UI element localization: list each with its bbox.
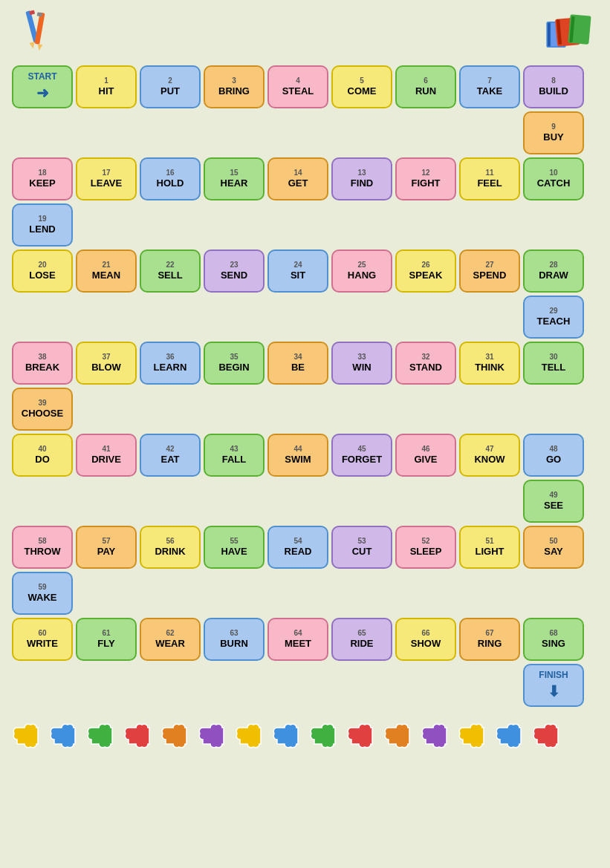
finish-puzzle-piece — [531, 722, 564, 750]
board-row-row1: START ➜1 HIT2 PUT3 BRING4 STEAL5 COME6 R… — [12, 65, 598, 108]
cell-word: WEAR — [155, 638, 185, 650]
cell-word: SELL — [158, 270, 182, 282]
puzzle-piece-8 — [308, 722, 341, 750]
cell-start: START ➜ — [12, 65, 73, 108]
cell-c52: 52 SLEEP — [395, 526, 456, 569]
spacer-sp11 — [140, 203, 201, 247]
cell-c37: 37 BLOW — [76, 342, 137, 385]
board-row-row6b: 59 WAKE — [12, 572, 598, 615]
cell-c41: 41 DRIVE — [76, 434, 137, 477]
cell-c30: 30 TELL — [523, 342, 584, 385]
cell-c20: 20 LOSE — [12, 249, 73, 293]
cell-c16: 16 HOLD — [140, 157, 201, 200]
spacer-sp44 — [204, 572, 265, 615]
cell-c34: 34 BE — [267, 342, 328, 385]
spacer-sp42 — [76, 572, 137, 615]
cell-number: 63 — [230, 628, 238, 638]
board-row-row5: 40 DO41 DRIVE42 EAT43 FALL44 SWIM45 FORG… — [12, 434, 598, 477]
spacer-sp5 — [267, 111, 328, 154]
cell-number: 30 — [549, 352, 557, 362]
cell-number: 19 — [38, 214, 46, 223]
cell-number: 47 — [485, 444, 493, 454]
cell-c5: 5 COME — [331, 65, 392, 108]
puzzle-piece-10 — [383, 722, 415, 750]
board-row-row4b: 39 CHOOSE — [12, 388, 598, 431]
cell-number: 15 — [230, 168, 238, 177]
spacer-sp38 — [267, 480, 328, 523]
cell-number: 6 — [424, 76, 428, 85]
cell-number: 16 — [166, 168, 174, 177]
spacer-sp47 — [395, 572, 456, 615]
cell-c14: 14 GET — [267, 157, 328, 200]
cell-number: 42 — [166, 444, 174, 454]
spacer-sp32 — [459, 388, 520, 431]
board-row-row7b: FINISH ⬇ — [12, 664, 598, 707]
cell-number: 62 — [166, 628, 174, 638]
cell-c33: 33 WIN — [331, 342, 392, 385]
svg-rect-3 — [34, 13, 45, 45]
cell-number: 34 — [293, 352, 302, 362]
cell-word: DRIVE — [91, 454, 121, 466]
spacer-sp36 — [140, 480, 201, 523]
cell-number: 38 — [38, 352, 46, 362]
cell-c65: 65 RIDE — [331, 618, 392, 661]
cell-number: 46 — [421, 444, 429, 454]
cell-c11: 11 FEEL — [459, 157, 520, 200]
puzzle-piece-5 — [197, 722, 230, 750]
cell-c38: 38 BREAK — [12, 342, 73, 385]
cell-word: FIND — [351, 177, 373, 190]
cell-word: RIDE — [350, 638, 373, 650]
cell-word: STEAL — [282, 85, 314, 98]
cell-number: 55 — [230, 536, 238, 546]
cell-number: 24 — [293, 260, 302, 270]
cell-word: MEET — [285, 638, 311, 650]
cell-c39: 39 CHOOSE — [12, 388, 73, 431]
cell-word: TAKE — [477, 85, 502, 98]
pencils-icon — [15, 7, 59, 52]
board-row-row1b: 9 BUY — [12, 111, 598, 154]
cell-number: 37 — [102, 352, 110, 362]
cell-number: 67 — [485, 628, 493, 638]
cell-word: LOSE — [29, 270, 55, 282]
cell-c7: 7 TAKE — [459, 65, 520, 108]
spacer-sp48 — [459, 572, 520, 615]
cell-word: HOLD — [157, 177, 184, 190]
cell-number: 35 — [230, 352, 238, 362]
cell-number: 68 — [549, 628, 557, 638]
cell-word: DO — [35, 454, 50, 466]
spacer-sp28 — [204, 388, 265, 431]
spacer-sp33 — [523, 388, 584, 431]
svg-rect-7 — [548, 23, 551, 47]
cell-c44: 44 SWIM — [267, 434, 328, 477]
cell-number: 60 — [38, 628, 46, 638]
puzzle-piece-6 — [234, 722, 267, 750]
cell-c13: 13 FIND — [331, 157, 392, 200]
cell-number: 3 — [232, 76, 236, 85]
cell-c31: 31 THINK — [459, 342, 520, 385]
cell-word: BLOW — [91, 362, 121, 374]
cell-word: SHOW — [411, 638, 441, 650]
spacer-sp7 — [395, 111, 456, 154]
cell-number: 7 — [487, 76, 492, 85]
cell-word: PAY — [97, 546, 116, 558]
cell-number: 20 — [38, 260, 46, 270]
cell-word: FALL — [222, 454, 247, 466]
cell-number: 57 — [102, 536, 110, 546]
cell-number: 49 — [549, 490, 557, 500]
spacer-sp55 — [331, 664, 392, 707]
spacer-sp16 — [459, 203, 520, 247]
cell-c18: 18 KEEP — [12, 157, 73, 200]
spacer-sp14 — [331, 203, 392, 247]
cell-c56: 56 DRINK — [140, 526, 201, 569]
spacer-sp25 — [459, 296, 520, 339]
cell-word: READ — [285, 546, 312, 558]
cell-c49: 49 SEE — [523, 480, 584, 523]
spacer-sp45 — [267, 572, 328, 615]
cell-c28: 28 DRAW — [523, 249, 584, 293]
cell-number: 43 — [230, 444, 238, 454]
cell-number: 21 — [102, 260, 110, 270]
cell-word: SEND — [221, 270, 247, 282]
cell-c61: 61 FLY — [76, 618, 137, 661]
puzzle-piece-0 — [11, 722, 44, 750]
cell-word: HIT — [99, 85, 114, 98]
